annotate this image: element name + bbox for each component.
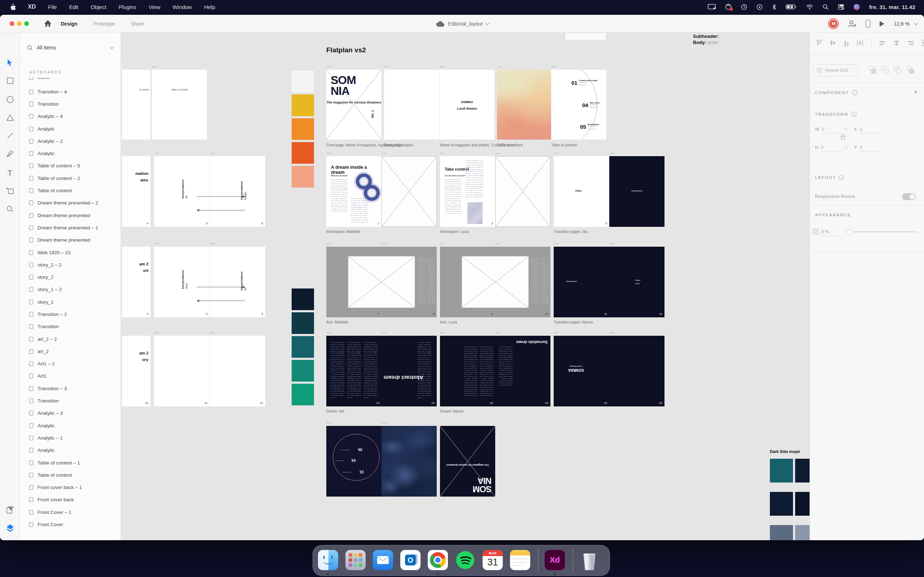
home-icon[interactable] — [44, 20, 52, 27]
x-field[interactable]: X0 — [854, 127, 881, 134]
dock-calendar-icon[interactable]: MAR 31 — [483, 550, 503, 570]
sidebar-item[interactable]: Web 1920 – 23 — [20, 246, 121, 259]
menu-object[interactable]: Object — [90, 4, 106, 10]
dock-xd-icon[interactable]: Xd — [544, 550, 565, 570]
artboard-take-control-right[interactable]: ••• — [495, 156, 551, 227]
artboard-blank-left[interactable]: ••• — [384, 69, 439, 140]
sidebar-item[interactable]: Front cover back — [20, 494, 121, 506]
artboard-menu-dots[interactable]: ••• — [551, 65, 557, 68]
artboard-menu-dots[interactable]: ••• — [382, 421, 387, 424]
sidebar-item[interactable]: Dream theme presented – 2 — [20, 197, 121, 209]
tab-prototype[interactable]: Prototype — [94, 21, 115, 27]
sidebar-item[interactable]: story_1 – 2 — [20, 284, 121, 296]
artboard-story2-clipped[interactable]: mationams 4 — [122, 156, 150, 227]
document-switcher[interactable]: Editorial_layout — [435, 15, 489, 32]
artboard-tool[interactable] — [0, 185, 20, 197]
distribute-vertical-icon[interactable] — [920, 39, 924, 47]
artboard-menu-dots[interactable]: ••• — [440, 65, 445, 68]
align-top-icon[interactable] — [815, 39, 823, 47]
align-left-icon[interactable] — [879, 39, 887, 47]
distribute-horizontal-icon[interactable] — [856, 39, 864, 47]
artboard-menu-dots[interactable]: ••• — [496, 331, 501, 334]
sidebar-item[interactable]: Analytic — [20, 419, 121, 432]
artboard-menu-dots[interactable]: ••• — [440, 242, 446, 245]
menu-file[interactable]: File — [48, 4, 57, 10]
artboard-take-control-left[interactable]: ••• Take control You can learn it yourse… — [440, 156, 495, 227]
artboard-story2-clipped[interactable]: am 2ory 10 — [122, 336, 150, 406]
dock-chrome-icon[interactable] — [428, 550, 448, 570]
artboard-abstract-left[interactable]: ••• Lorem ipsum dolor sit amet, consecte… — [326, 336, 381, 406]
boolean-exclude-icon[interactable] — [907, 66, 914, 74]
dock-launchpad-icon[interactable] — [346, 550, 366, 570]
sidebar-item[interactable]: Table of content — [20, 184, 121, 197]
notification-app-icon[interactable] — [725, 3, 732, 10]
artboard-menu-dots[interactable]: ••• — [210, 242, 215, 245]
sidebar-item[interactable]: Front Cover — [20, 518, 121, 530]
artboard-menu-dots[interactable]: ••• — [327, 152, 332, 155]
menu-window[interactable]: Window — [173, 4, 192, 10]
align-right-icon[interactable] — [906, 39, 914, 47]
info-icon[interactable]: i — [852, 90, 857, 95]
text-tool[interactable]: T — [0, 167, 20, 179]
artboard-menu-dots[interactable]: ••• — [554, 242, 559, 245]
artboard-menu-dots[interactable]: ••• — [155, 242, 160, 245]
dock-outlook-icon[interactable]: O — [400, 550, 420, 570]
artboard-menu-dots[interactable]: ••• — [152, 65, 157, 68]
artboard-back-cover[interactable]: ••• SOMNIA The magazine for curious drea… — [440, 426, 495, 496]
sidebar-item[interactable]: story_2 — [20, 271, 121, 283]
artboard-blank-right[interactable]: ••• SOMNIALucid dreams — [439, 69, 494, 140]
close-window-button[interactable] — [10, 21, 15, 26]
boolean-intersect-icon[interactable] — [894, 66, 902, 74]
sidebar-item[interactable]: Dream theme presented — [20, 234, 121, 246]
artboard-menu-dots[interactable]: ••• — [384, 65, 389, 68]
screen-mirroring-icon[interactable] — [708, 4, 716, 10]
desktop-preview-icon[interactable] — [880, 21, 884, 27]
artboard-surreal-right[interactable]: ••• Lorem ipsum dolor sit amet, consecte… — [495, 336, 551, 406]
siri-icon[interactable] — [854, 4, 860, 10]
pen-tool[interactable] — [0, 148, 20, 160]
artboard-menu-dots[interactable]: ••• — [498, 65, 502, 68]
sidebar-item[interactable]: Analytic – 1 — [20, 432, 121, 444]
artboard-abstract-right[interactable]: ••• Lorem ipsum dolor sit amet, consecte… — [381, 336, 437, 406]
artboard-menu-dots[interactable]: ••• — [382, 242, 387, 245]
layers-icon[interactable] — [0, 522, 20, 534]
sidebar-item[interactable]: Table of content – 5 — [20, 160, 121, 172]
artboard-partial-top[interactable] — [565, 32, 606, 40]
sidebar-item[interactable]: Transition — [20, 395, 121, 407]
artboard-menu-dots[interactable]: ••• — [496, 152, 501, 155]
artboard-menu-dots[interactable]: ••• — [610, 152, 615, 155]
sidebar-item[interactable]: Transition — [20, 321, 121, 333]
menu-bar-clock[interactable]: fre. 31. mar. 11.42 — [869, 4, 915, 10]
sidebar-item[interactable]: Front cover back – 1 — [20, 482, 121, 494]
sidebar-item[interactable]: Analytic – 4 — [20, 110, 121, 122]
artboard-surreal-left[interactable]: ••• Lorem ipsum dolor sit amet, consecte… — [440, 336, 495, 406]
artboard-toc-list[interactable]: 01 A dream inside a dream Subheader Subh… — [551, 69, 606, 140]
artboard-toc-gradient[interactable]: ••• — [497, 69, 551, 140]
artboard-menu-dots[interactable]: ••• — [610, 242, 615, 245]
sidebar-item[interactable]: Transition – 2 — [20, 308, 121, 320]
artboard-fact[interactable]: ••• Fact 5 — [554, 156, 609, 227]
y-field[interactable]: Y0 — [854, 145, 881, 152]
ellipse-tool[interactable] — [0, 93, 20, 106]
artboard-menu-dots[interactable]: ••• — [327, 242, 332, 245]
design-canvas[interactable]: Subheader: Body: enter Flatplan vs2 of c… — [121, 32, 809, 540]
artboard-transition-left[interactable]: ••• Interpretations Story 5 — [154, 247, 210, 318]
color-swatch[interactable] — [770, 492, 793, 516]
select-tool[interactable] — [0, 56, 20, 69]
sidebar-item[interactable]: Front Cover – 1 — [20, 506, 121, 518]
dock-finder-icon[interactable] — [318, 550, 338, 570]
artboard-menu-dots[interactable]: ••• — [496, 242, 501, 245]
polygon-tool[interactable] — [0, 111, 20, 124]
info-icon[interactable]: i — [851, 112, 856, 117]
play-status-icon[interactable] — [756, 4, 762, 10]
maximize-window-button[interactable] — [24, 21, 29, 26]
minimize-window-button[interactable] — [17, 21, 22, 26]
color-swatch[interactable] — [770, 525, 793, 540]
time-machine-icon[interactable] — [741, 4, 747, 10]
artboard-menu-dots[interactable]: ••• — [554, 152, 559, 155]
line-tool[interactable] — [0, 129, 20, 142]
wifi-icon[interactable] — [806, 4, 813, 10]
width-field[interactable]: W0 — [815, 127, 843, 134]
dock-trash-icon[interactable] — [579, 550, 599, 570]
artboard-interpretations-dark[interactable]: ••• Interpretations — [609, 156, 664, 227]
